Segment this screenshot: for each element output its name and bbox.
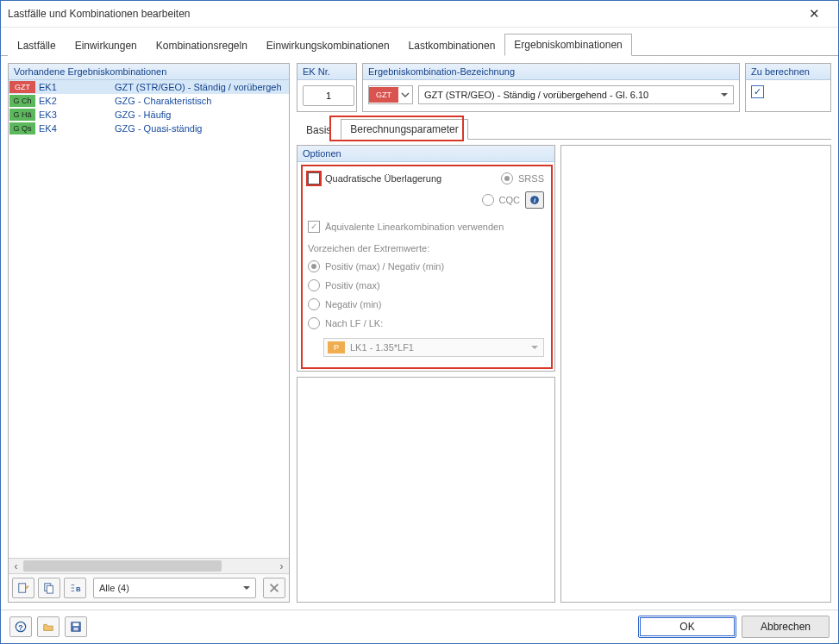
svg-text:?: ? [18,623,22,632]
ek-number: EK4 [35,123,111,134]
svg-rect-2 [47,585,53,593]
lk-select[interactable]: P LK1 - 1.35*LF1 [323,338,544,357]
new-icon [17,582,29,594]
cancel-button[interactable]: Abbrechen [742,616,830,638]
window-title: Lastfälle und Kombinationen bearbeiten [8,8,797,20]
ek-number: EK3 [35,109,111,120]
eknr-label: EK Nr. [297,64,356,80]
delete-icon [268,582,280,594]
scroll-left-icon[interactable]: ‹ [9,559,23,573]
srss-label: SRSS [518,173,544,184]
tab-lastkombinationen[interactable]: Lastkombinationen [399,34,505,56]
main-panel: EK Nr. Ergebniskombination-Bezeichnung G… [297,63,831,603]
options-header: Optionen [297,146,554,162]
result-combo-list[interactable]: GZT EK1 GZT (STR/GEO) - Ständig / vorübe… [9,80,289,558]
svg-rect-10 [73,628,78,631]
sub-tabstrip: Basis Berechnungsparameter [297,118,831,140]
empty-panel-right [560,145,831,603]
tab-einwirkungen[interactable]: Einwirkungen [66,34,147,56]
sign-option: Positiv (max) / Negativ (min) [308,260,544,272]
quadratic-label: Quadratische Überlagerung [325,173,441,184]
equiv-label: Äquivalente Linearkombination verwenden [325,222,504,232]
sign-radio-neg[interactable] [308,298,320,310]
sign-label: Positiv (max) [325,280,380,291]
main-tabstrip: Lastfälle Einwirkungen Kombinationsregel… [1,28,838,56]
sign-label: Nach LF / LK: [325,318,383,328]
ek-description: GZG - Quasi-ständig [111,123,289,134]
top-row: EK Nr. Ergebniskombination-Bezeichnung G… [297,63,831,112]
scroll-right-icon[interactable]: › [274,559,289,573]
quadratic-line: Quadratische Überlagerung SRSS [308,172,544,184]
close-button[interactable]: ✕ [797,2,831,26]
ek-type-tag: G Qs [9,122,35,134]
sign-option: Positiv (max) [308,279,544,291]
list-row[interactable]: GZT EK1 GZT (STR/GEO) - Ständig / vorübe… [9,80,289,94]
panels-area: Optionen Quadratische Überlagerung SRSS [297,145,831,603]
copy-button[interactable] [38,578,60,598]
list-row[interactable]: G Ch EK2 GZG - Charakteristisch [9,94,289,108]
renumber-icon: B [69,582,81,594]
filter-select[interactable]: Alle (4) [93,578,256,598]
open-button[interactable] [37,616,59,637]
cqc-radio[interactable] [482,194,494,206]
ek-type-tag: GZT [9,81,35,93]
delete-button[interactable] [263,578,285,598]
tab-lastfaelle[interactable]: Lastfälle [8,34,66,56]
quadratic-checkbox[interactable] [308,172,320,184]
ek-type-tag: G Ch [9,95,35,107]
calc-group: Zu berechnen [745,63,831,112]
ek-number: EK2 [35,96,111,106]
ek-type-tag: G Hä [9,109,35,121]
subtab-berechnungsparameter[interactable]: Berechnungsparameter [341,119,467,140]
sign-label: Negativ (min) [325,299,381,309]
sign-radio-posneg[interactable] [308,260,320,272]
sign-radio-lflk[interactable] [308,317,320,329]
sidebar-toolbar: B Alle (4) [9,573,289,602]
chevron-down-icon [398,91,412,99]
content-area: Vorhandene Ergebniskombinationen GZT EK1… [1,56,838,610]
rc-type-select[interactable]: GZT [368,85,413,104]
empty-panel-left [297,377,555,603]
ok-button[interactable]: OK [638,616,736,638]
tab-ergebniskombinationen[interactable]: Ergebniskombinationen [504,34,631,56]
tab-kombinationsregeln[interactable]: Kombinationsregeln [147,34,257,56]
tab-einwirkungskombinationen[interactable]: Einwirkungskombinationen [257,34,399,56]
ek-description: GZT (STR/GEO) - Ständig / vorübergeh [111,82,289,92]
list-row[interactable]: G Hä EK3 GZG - Häufig [9,108,289,122]
equiv-checkbox[interactable] [308,221,320,233]
ek-number: EK1 [35,82,111,92]
new-button[interactable] [12,578,34,598]
svg-rect-9 [73,623,79,627]
options-group: Optionen Quadratische Überlagerung SRSS [297,145,555,372]
calc-checkbox[interactable] [751,85,764,98]
cqc-label: CQC [499,195,520,205]
info-button[interactable]: i [525,191,544,209]
filter-label: Alle (4) [99,583,129,593]
scroll-track[interactable] [23,559,274,573]
ek-description: GZG - Häufig [111,109,289,120]
rc-name-value: GZT (STR/GEO) - Ständig / vorübergehend … [424,90,648,100]
open-icon [42,621,54,633]
renumber-button[interactable]: B [64,578,86,598]
info-icon: i [529,195,540,205]
srss-radio[interactable] [501,172,513,184]
subtab-basis[interactable]: Basis [297,120,341,140]
lk-value: LK1 - 1.35*LF1 [350,342,414,353]
rcname-group: Ergebniskombination-Bezeichnung GZT GZT … [362,63,740,112]
help-button[interactable]: ? [9,616,32,637]
dialog-window: Lastfälle und Kombinationen bearbeiten ✕… [0,0,839,644]
scroll-thumb[interactable] [23,560,222,572]
rc-name-select[interactable]: GZT (STR/GEO) - Ständig / vorübergehend … [418,85,734,104]
copy-icon [43,582,55,594]
horizontal-scrollbar[interactable]: ‹ › [9,558,289,573]
sidebar-header: Vorhandene Ergebniskombinationen [9,64,289,80]
eknr-input[interactable] [303,85,354,106]
equiv-line: Äquivalente Linearkombination verwenden [308,221,544,233]
sign-radio-pos[interactable] [308,279,320,291]
svg-text:B: B [76,585,81,593]
sign-header: Vorzeichen der Extremwerte: [308,243,544,253]
cqc-line: CQC i [308,191,544,209]
list-row[interactable]: G Qs EK4 GZG - Quasi-ständig [9,122,289,135]
save-button[interactable] [65,616,87,637]
rc-type-tag: GZT [369,87,398,103]
